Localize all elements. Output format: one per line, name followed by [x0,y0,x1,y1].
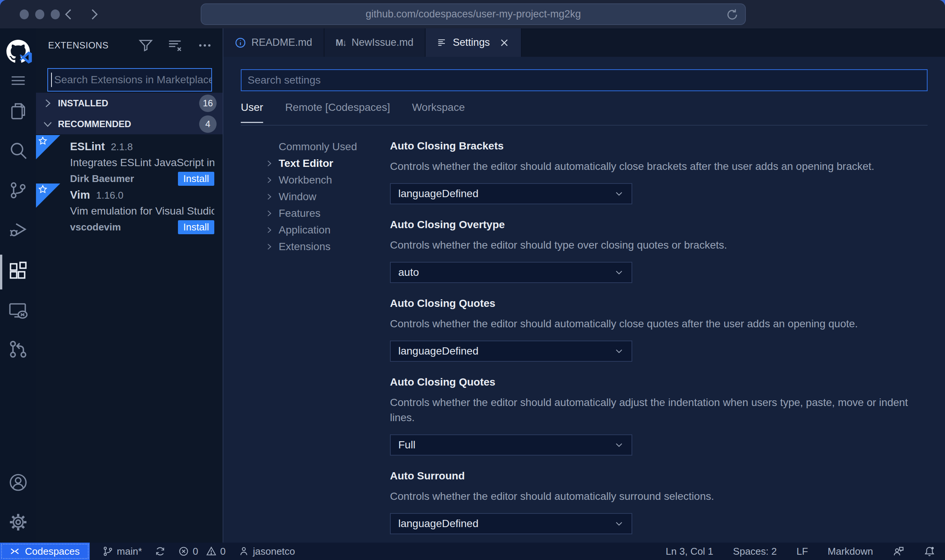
remote-explorer-icon[interactable] [0,295,36,325]
markdown-icon: M↓ [336,37,346,48]
scope-tab-workspace[interactable]: Workspace [412,101,465,123]
tab-readme[interactable]: README.md [223,28,324,57]
source-control-icon[interactable] [0,175,36,205]
settings-search-input[interactable] [241,69,928,91]
chevron-right-icon [265,159,273,168]
extension-item-vim[interactable]: Vim 1.16.0 Vim emulation for Visual Stud… [36,184,223,232]
error-icon [178,546,189,557]
extension-author: vscodevim [70,221,121,233]
chevron-right-icon [265,226,273,234]
branch-label: main* [117,546,142,557]
browser-forward-button[interactable] [87,8,101,21]
address-bar[interactable]: github.com/codespaces/user-my-project-mg… [201,3,746,25]
scope-tab-remote[interactable]: Remote [Codespaces] [285,101,390,123]
info-icon [235,37,246,48]
sync-button[interactable] [155,546,165,557]
setting-value-dropdown[interactable]: languageDefined [390,341,632,362]
browser-chrome: github.com/codespaces/user-my-project-mg… [0,0,945,28]
close-icon[interactable] [499,37,510,48]
toc-label: Features [279,207,321,219]
browser-back-button[interactable] [62,8,76,21]
feedback-icon[interactable] [893,546,904,557]
setting-value-dropdown[interactable]: languageDefined [390,183,632,204]
settings-scope-tabs: User Remote [Codespaces] Workspace [241,101,465,123]
toc-label: Application [279,224,331,236]
editor-area: README.md M↓ NewIssue.md Settings User R… [223,28,945,543]
toc-item-commonly-used[interactable]: Commonly Used [265,138,390,155]
language-mode[interactable]: Markdown [828,546,873,557]
settings-gear-icon[interactable] [0,507,36,537]
chevron-down-icon [614,519,624,529]
clear-extension-search-icon[interactable] [168,38,182,53]
cursor-position[interactable]: Ln 3, Col 1 [666,546,713,557]
dropdown-value: Full [398,439,415,451]
setting-value-dropdown[interactable]: languageDefined [390,513,632,534]
setting-description: Controls whether the editor should autom… [390,316,928,331]
setting-auto-closing-brackets: Auto Closing Brackets Controls whether t… [390,138,928,204]
vscode-logo [19,51,32,64]
error-count: 0 [193,546,198,557]
toc-item-features[interactable]: Features [265,205,390,222]
setting-description: Controls whether the editor should autom… [390,489,928,504]
application-menu-icon[interactable] [0,65,36,96]
eol-indicator[interactable]: LF [797,546,808,557]
browser-window: github.com/codespaces/user-my-project-mg… [0,0,945,560]
toc-item-window[interactable]: Window [265,188,390,205]
install-button[interactable]: Install [178,220,214,234]
extensions-search-input[interactable] [47,68,212,92]
scope-tab-user[interactable]: User [241,101,263,123]
tab-settings[interactable]: Settings [426,28,522,57]
tab-label: NewIssue.md [352,37,414,48]
search-icon[interactable] [0,135,36,166]
user-label: jasonetco [253,546,295,557]
notifications-bell-icon[interactable] [924,546,935,557]
window-minimize-button[interactable] [35,9,44,19]
toc-item-text-editor[interactable]: Text Editor [265,155,390,172]
section-label: INSTALLED [58,98,108,109]
run-debug-icon[interactable] [0,214,36,244]
setting-value-dropdown[interactable]: auto [390,262,632,283]
toc-item-extensions[interactable]: Extensions [265,238,390,255]
explorer-icon[interactable] [0,96,36,126]
branch-indicator[interactable]: main* [103,546,142,557]
github-codespaces-logo [0,35,36,68]
star-icon [38,136,48,146]
recommended-section-header[interactable]: RECOMMENDED 4 [36,114,223,134]
installed-section-header[interactable]: INSTALLED 16 [36,93,223,114]
codespaces-remote-indicator[interactable]: Codespaces [0,543,90,560]
recommended-count-badge: 4 [199,115,217,133]
indentation-indicator[interactable]: Spaces: 2 [733,546,777,557]
codespaces-label: Codespaces [25,546,80,557]
window-controls [20,9,60,19]
section-label: RECOMMENDED [58,119,131,129]
pull-requests-icon[interactable] [0,334,36,364]
extensions-icon[interactable] [0,256,36,286]
status-bar: Codespaces main* 0 0 jasonetco Ln 3, Col… [0,543,945,560]
reload-icon[interactable] [725,8,739,22]
chevron-down-icon [614,346,624,356]
activity-bar [0,28,36,543]
filter-icon[interactable] [139,38,153,53]
setting-value-dropdown[interactable]: Full [390,434,632,456]
dropdown-value: languageDefined [398,188,479,200]
problems-indicator[interactable]: 0 0 [178,546,226,557]
user-indicator[interactable]: jasonetco [239,546,295,557]
more-actions-icon[interactable] [198,38,212,53]
chevron-right-icon [265,193,273,201]
extension-description: Vim emulation for Visual Studio Code... [70,205,214,217]
settings-list-icon [437,37,448,48]
extension-item-eslint[interactable]: ESLint 2.1.8 Integrates ESLint JavaScrip… [36,135,223,184]
window-zoom-button[interactable] [51,9,60,19]
toc-label: Text Editor [279,157,333,170]
account-icon[interactable] [0,467,36,498]
installed-count-badge: 16 [199,95,217,112]
chevron-down-icon [42,118,53,130]
tab-newissue[interactable]: M↓ NewIssue.md [324,28,426,57]
toc-item-application[interactable]: Application [265,222,390,238]
warning-count: 0 [220,546,226,557]
setting-title: Auto Closing Overtype [390,217,928,232]
extension-name: ESLint [70,140,105,153]
toc-label: Extensions [279,241,331,253]
toc-item-workbench[interactable]: Workbench [265,172,390,188]
window-close-button[interactable] [20,9,29,19]
